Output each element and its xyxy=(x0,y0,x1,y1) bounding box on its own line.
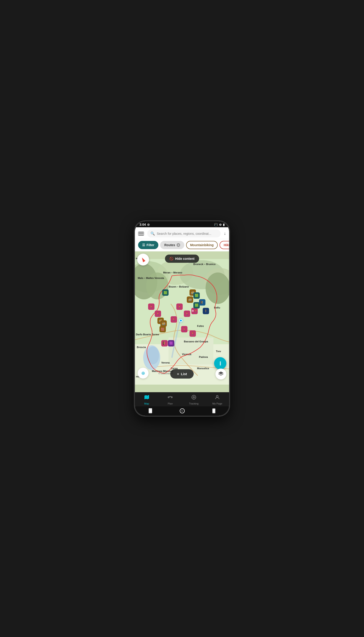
menu-button[interactable] xyxy=(138,232,144,236)
filter-label: Filter xyxy=(146,243,154,247)
tracking-icon xyxy=(191,394,196,401)
plan-label: Plan xyxy=(168,402,173,405)
signal-icon: ◎ xyxy=(147,223,150,226)
search-input[interactable] xyxy=(157,232,218,236)
bike-marker-brown-small[interactable]: 🟫 xyxy=(160,326,166,332)
hiking-marker-7[interactable]: 🚶 xyxy=(181,326,188,332)
svg-point-12 xyxy=(168,397,169,398)
svg-point-14 xyxy=(192,395,196,399)
recent-button[interactable]: ■ xyxy=(212,408,216,413)
vibrate-icon: 📳 xyxy=(214,223,218,226)
hiking-marker-1[interactable]: 🚶 xyxy=(148,304,154,310)
hamburger-line xyxy=(138,234,144,234)
person-icon xyxy=(214,394,220,401)
svg-point-13 xyxy=(171,397,172,398)
nav-item-mypage[interactable]: My Page xyxy=(206,394,229,405)
layers-button[interactable] xyxy=(216,368,226,380)
hiking-marker-3[interactable]: 🚶 xyxy=(176,304,183,310)
eye-slash-icon: 🚫 xyxy=(170,257,173,260)
hiking-marker-2[interactable]: 🚶 xyxy=(155,310,161,317)
hiking-marker-5[interactable]: ❄🚶 xyxy=(191,308,198,314)
user-location-dot xyxy=(179,319,182,322)
locate-button[interactable]: ⊕ xyxy=(138,368,148,378)
phone-frame: 3:04 ◎ 📳 ⊖ ▮ 🔍 ↓ ☰ xyxy=(134,221,230,416)
route-icon xyxy=(168,394,173,401)
hamburger-line xyxy=(138,235,144,235)
layers-icon xyxy=(218,372,224,377)
teal-marker-2[interactable]: 🟩 xyxy=(194,292,200,299)
hide-content-label: Hide content xyxy=(175,257,194,260)
list-icon: ≡ xyxy=(177,372,179,376)
teal-marker-3[interactable]: 🟩 xyxy=(194,302,200,308)
svg-point-15 xyxy=(193,396,194,398)
nav-item-map[interactable]: Map xyxy=(135,394,158,405)
status-left: 3:04 ◎ xyxy=(140,223,150,226)
map-area[interactable]: 🚫 Hide content Bruneck – Brunico Meran –… xyxy=(135,252,229,392)
tracking-label: Tracking xyxy=(189,402,198,405)
map-icon xyxy=(144,394,150,401)
more-button[interactable] xyxy=(214,357,226,370)
android-nav: ◀ ○ ■ xyxy=(135,406,229,416)
compass xyxy=(137,254,149,266)
svg-point-7 xyxy=(206,272,229,304)
search-bar: 🔍 ↓ xyxy=(135,227,229,239)
hide-content-button[interactable]: 🚫 Hide content xyxy=(165,254,199,263)
status-right: 📳 ⊖ ▮ xyxy=(214,223,224,226)
map-label: Map xyxy=(144,402,149,405)
more-dots-icon xyxy=(220,362,221,365)
nav-item-tracking[interactable]: Tracking xyxy=(182,394,206,405)
hiking-filter-button[interactable]: Hiking t xyxy=(220,241,229,249)
list-button[interactable]: ≡ List xyxy=(170,369,194,378)
hamburger-line xyxy=(138,232,144,232)
sliders-icon: ☰ xyxy=(142,243,145,247)
phone-inner: 3:04 ◎ 📳 ⊖ ▮ 🔍 ↓ ☰ xyxy=(135,221,229,416)
mountainbiking-label: Mountainbiking xyxy=(190,243,214,247)
close-icon[interactable]: ✕ xyxy=(176,243,180,247)
svg-point-20 xyxy=(216,396,218,397)
compass-needle xyxy=(141,257,145,262)
mypage-label: My Page xyxy=(212,402,222,405)
hiking-label: Hiking t xyxy=(224,243,229,247)
search-icon: 🔍 xyxy=(150,231,155,236)
bottom-nav: Map Plan xyxy=(135,392,229,406)
filter-button[interactable]: ☰ Filter xyxy=(138,241,158,249)
darkblue-marker-1[interactable]: 🚶 xyxy=(203,308,209,314)
home-button[interactable]: ○ xyxy=(180,408,185,413)
hiking-marker-9[interactable]: 🧗 xyxy=(161,340,168,346)
hiking-marker-6[interactable]: 🚶 xyxy=(170,316,177,322)
bike-marker-1[interactable]: 🚵 xyxy=(187,296,193,303)
blue-marker-1[interactable]: 🧗 xyxy=(199,299,206,306)
svg-point-11 xyxy=(146,346,159,364)
nav-item-plan[interactable]: Plan xyxy=(158,394,182,405)
crosshair-icon: ⊕ xyxy=(141,370,145,376)
routes-filter-button[interactable]: Routes ✕ xyxy=(160,241,184,249)
status-bar: 3:04 ◎ 📳 ⊖ ▮ xyxy=(135,221,229,227)
purple-marker-1[interactable]: 🟪 xyxy=(168,340,174,346)
dnd-icon: ⊖ xyxy=(219,223,222,226)
routes-label: Routes xyxy=(164,243,175,247)
battery-icon: ▮ xyxy=(223,223,224,226)
status-time: 3:04 xyxy=(140,223,146,226)
hiking-marker-8[interactable]: 🚶 xyxy=(190,330,196,337)
teal-marker-1[interactable]: 🟩 xyxy=(162,290,168,296)
back-button[interactable]: ◀ xyxy=(148,408,152,413)
list-button-label: List xyxy=(181,372,187,376)
filter-row: ☰ Filter Routes ✕ Mountainbiking Hiking … xyxy=(135,239,229,252)
hiking-marker-4[interactable]: 🚶 xyxy=(184,310,190,317)
search-input-wrap[interactable]: 🔍 xyxy=(147,230,221,238)
mountainbiking-filter-button[interactable]: Mountainbiking xyxy=(186,241,218,249)
download-button[interactable]: ↓ xyxy=(224,231,226,236)
